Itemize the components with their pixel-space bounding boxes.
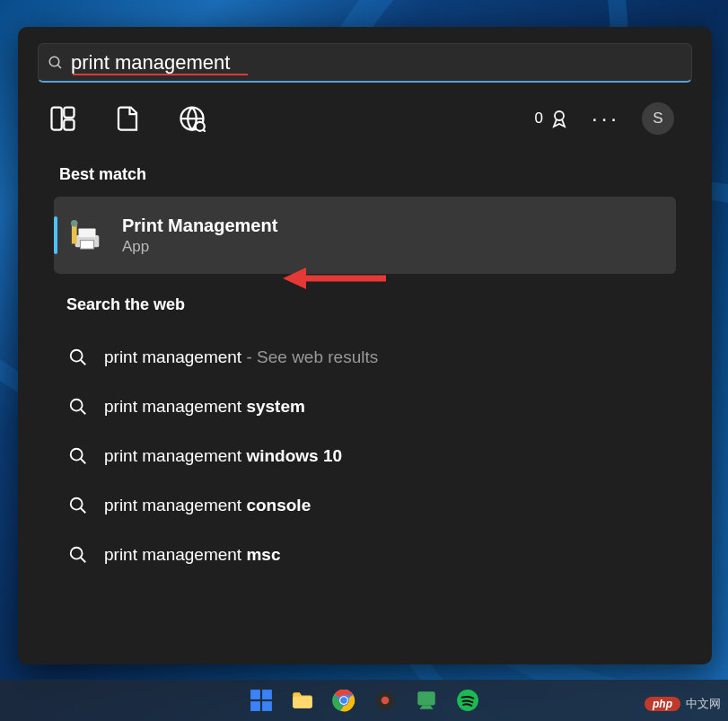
- user-avatar[interactable]: S: [642, 102, 674, 135]
- svg-point-19: [71, 448, 83, 460]
- search-input[interactable]: [64, 51, 682, 75]
- svg-rect-38: [417, 691, 435, 705]
- best-match-result[interactable]: Print Management App: [54, 197, 676, 274]
- search-input-container[interactable]: [38, 43, 692, 83]
- svg-rect-12: [72, 225, 77, 244]
- search-icon: [68, 397, 88, 417]
- svg-rect-29: [250, 701, 260, 711]
- svg-rect-31: [293, 697, 312, 708]
- search-panel: 0 ··· S Best match Print Management App …: [18, 27, 712, 664]
- svg-rect-11: [80, 241, 93, 250]
- svg-point-35: [340, 697, 347, 704]
- web-result-item[interactable]: print management - See web results: [45, 332, 685, 382]
- start-button[interactable]: [249, 688, 274, 713]
- svg-rect-30: [262, 701, 272, 711]
- best-match-header: Best match: [18, 144, 712, 197]
- best-match-title: Print Management: [122, 215, 277, 236]
- svg-line-22: [81, 507, 86, 513]
- web-result-item[interactable]: print management system: [45, 382, 685, 431]
- taskbar: [0, 680, 728, 721]
- search-icon: [68, 545, 88, 565]
- svg-rect-3: [64, 108, 74, 118]
- web-result-item[interactable]: print management console: [45, 480, 685, 530]
- watermark-text: 中文网: [686, 696, 721, 712]
- svg-point-17: [71, 399, 83, 410]
- search-icon: [68, 446, 88, 466]
- svg-line-1: [57, 65, 61, 68]
- more-options-button[interactable]: ···: [592, 106, 620, 131]
- search-filter-toolbar: 0 ··· S: [18, 83, 712, 144]
- spotify-button[interactable]: [455, 688, 480, 713]
- web-filter-icon[interactable]: [179, 105, 206, 132]
- svg-point-37: [381, 697, 389, 705]
- svg-line-18: [81, 409, 86, 414]
- search-icon: [48, 55, 64, 71]
- best-match-text: Print Management App: [122, 215, 277, 256]
- web-result-item[interactable]: print management windows 10: [45, 431, 685, 480]
- web-results-list: print management - See web results print…: [18, 327, 712, 579]
- svg-line-7: [204, 130, 206, 133]
- chrome-button[interactable]: [331, 688, 356, 713]
- svg-rect-4: [64, 119, 74, 129]
- documents-filter-icon[interactable]: [114, 105, 141, 132]
- app-button-4[interactable]: [373, 688, 398, 713]
- svg-rect-14: [73, 222, 76, 225]
- rewards-button[interactable]: 0: [535, 108, 570, 129]
- svg-line-20: [81, 458, 86, 463]
- spellcheck-underline: [73, 74, 248, 75]
- rewards-count: 0: [535, 110, 543, 127]
- svg-rect-2: [52, 108, 62, 130]
- apps-filter-icon[interactable]: [49, 105, 76, 132]
- svg-line-16: [81, 359, 86, 365]
- svg-point-8: [555, 111, 564, 120]
- watermark: php 中文网: [645, 696, 721, 712]
- print-management-icon: [70, 218, 104, 252]
- web-result-item[interactable]: print management msc: [45, 530, 685, 579]
- file-explorer-button[interactable]: [290, 688, 315, 713]
- svg-point-0: [49, 57, 59, 66]
- svg-point-21: [71, 497, 83, 509]
- best-match-subtitle: App: [122, 238, 277, 256]
- watermark-badge: php: [645, 697, 680, 711]
- svg-point-6: [196, 122, 205, 131]
- search-icon: [68, 496, 88, 515]
- svg-rect-28: [262, 690, 272, 699]
- app-button-5[interactable]: [414, 688, 439, 713]
- search-web-header: Search the web: [18, 274, 712, 327]
- medal-icon: [548, 108, 570, 129]
- svg-point-15: [71, 349, 83, 361]
- svg-rect-27: [250, 690, 260, 699]
- svg-point-23: [71, 547, 83, 558]
- search-icon: [68, 347, 88, 367]
- svg-rect-10: [79, 228, 96, 237]
- svg-line-24: [81, 557, 86, 562]
